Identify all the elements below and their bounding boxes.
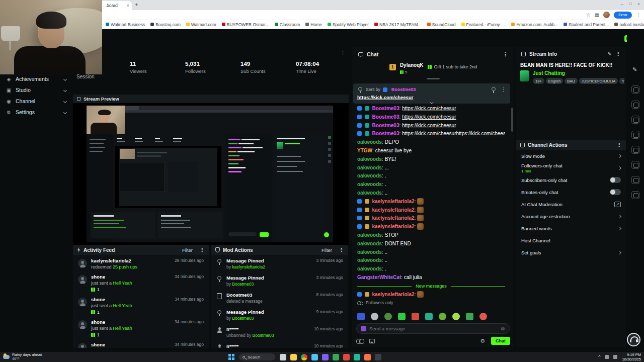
chat-username[interactable]: kaelynsleftariola2: [372, 199, 415, 204]
support-chat-button[interactable]: [627, 333, 640, 346]
activity-feed-item[interactable]: shone 34 minutes ago just sent a Hell Ye…: [73, 316, 209, 339]
bookmark-item[interactable]: oxford mustang: [614, 22, 644, 27]
chat-username[interactable]: Boostme03: [372, 123, 399, 128]
bookmark-item[interactable]: Walmart.com: [186, 22, 216, 27]
bookmark-item[interactable]: Boostnq.com: [150, 22, 181, 27]
edit-layout-icon[interactable]: ✎: [632, 66, 637, 73]
profile-avatar[interactable]: [603, 12, 610, 18]
edit-stream-info-icon[interactable]: ✎: [608, 51, 612, 57]
sidebar-item[interactable]: Channel: [2, 96, 70, 107]
taskbar-app-icon[interactable]: [301, 354, 307, 360]
channel-action-control[interactable]: [618, 166, 621, 169]
chat-username[interactable]: Boostme03: [372, 106, 399, 111]
mod-action-item[interactable]: Message Pinned by Boostme03 3 minutes ag…: [211, 272, 348, 289]
channel-action-row[interactable]: AI Chat Moderation: [516, 198, 626, 210]
bookmark-item[interactable]: Spotify Web Player: [328, 22, 369, 27]
mod-action-item[interactable]: n***** banned by Boostme03 10 minutes ag…: [211, 340, 348, 348]
mod-action-item[interactable]: Message Pinned by Boostme03 9 minutes ag…: [211, 306, 348, 323]
chat-username[interactable]: kaelynsleftariola2: [372, 207, 415, 213]
chat-username[interactable]: GangsterWhiteCat: [357, 275, 401, 280]
taskbar-clock[interactable]: 9:19 PM 10/30/2025: [622, 352, 641, 362]
chat-username[interactable]: kaelynsleftariola2: [372, 224, 415, 229]
window-control-icon[interactable]: □: [629, 2, 631, 6]
pinned-user[interactable]: Boostme03: [391, 87, 416, 92]
mod-menu-icon[interactable]: ⋮: [339, 247, 344, 253]
emote-icon[interactable]: [412, 313, 419, 320]
chat-username[interactable]: kaelynsleftariola2: [372, 292, 415, 297]
taskbar-app-icon[interactable]: [354, 354, 360, 360]
pinned-expand-icon[interactable]: [430, 101, 433, 104]
dock-panel-icon[interactable]: [631, 116, 639, 124]
chat-username[interactable]: oakwoods: [357, 139, 382, 145]
bookmark-item[interactable]: Student and Parent...: [564, 22, 609, 27]
chat-username[interactable]: oakwoods: [357, 232, 382, 238]
emote-icon[interactable]: [384, 313, 392, 320]
chat-username[interactable]: kaelynsleftariola2: [372, 215, 415, 221]
bookmark-item[interactable]: Walmart Business: [106, 22, 145, 27]
channel-action-row[interactable]: Host Channel: [516, 234, 626, 246]
channel-action-row[interactable]: Followers-only chat 1 min: [516, 162, 626, 174]
sync-error-button[interactable]: Error: [614, 12, 632, 19]
link-icon[interactable]: [356, 339, 363, 343]
chat-scrollbar[interactable]: [511, 108, 513, 132]
dock-panel-icon[interactable]: [631, 176, 639, 184]
chat-username[interactable]: YTGW: [357, 148, 372, 153]
activity-feed-item[interactable]: shone 34 minutes ago just sent a Hell Ye…: [73, 271, 209, 294]
tray-network-icon[interactable]: [605, 355, 609, 359]
taskbar-app-icon[interactable]: [280, 354, 286, 360]
mod-action-item[interactable]: n***** unbanned by Boostme03 10 minutes …: [211, 323, 348, 340]
window-control-icon[interactable]: ×: [637, 2, 640, 6]
taskbar-app-icon[interactable]: [375, 354, 381, 360]
pinned-message[interactable]: Sent by Boostme03 ⋮ https://kick.com/che…: [353, 83, 510, 104]
bookmark-star-icon[interactable]: ☆: [586, 13, 591, 18]
bookmark-item[interactable]: SoundCloud: [427, 22, 456, 27]
chat-username[interactable]: oakwoods: [357, 249, 382, 255]
channel-actions-menu-icon[interactable]: ⋮: [616, 142, 622, 148]
stream-info-menu-icon[interactable]: ⋮: [615, 51, 621, 57]
taskbar-search[interactable]: [239, 353, 275, 360]
pin-icon[interactable]: [491, 87, 497, 93]
mod-action-item[interactable]: Boostme03 deleted a message 8 minutes ag…: [211, 289, 348, 306]
bookmark-item[interactable]: Amazon.com: Audib...: [511, 22, 558, 27]
channel-action-row[interactable]: Banned words: [516, 222, 626, 234]
chat-username[interactable]: oakwoods: [357, 165, 382, 170]
emote-icon[interactable]: [357, 313, 365, 320]
channel-action-row[interactable]: Set goals: [516, 246, 626, 258]
activity-feed-item[interactable]: shone 34 minutes ago just sent a Hell Ye…: [73, 294, 209, 316]
dock-panel-icon[interactable]: [631, 101, 639, 109]
mod-filter-button[interactable]: Filter: [321, 247, 332, 253]
chat-username[interactable]: oakwoods: [357, 173, 382, 178]
emote-icon[interactable]: [479, 313, 487, 320]
bookmark-item[interactable]: Home: [305, 22, 322, 27]
chat-input[interactable]: [369, 326, 497, 331]
emote-icon[interactable]: [439, 313, 446, 320]
taskbar-app-icon[interactable]: [290, 354, 297, 360]
session-menu-icon[interactable]: ⋮: [340, 50, 346, 56]
tray-volume-icon[interactable]: [613, 355, 617, 359]
gifter-name[interactable]: DylanoqK: [400, 62, 424, 68]
activity-menu-icon[interactable]: ⋮: [199, 247, 205, 253]
dock-panel-icon[interactable]: [631, 191, 639, 199]
activity-feed-item[interactable]: kaelynsleftariola2 29 minutes ago redeem…: [73, 255, 209, 271]
new-tab-button[interactable]: +: [135, 2, 138, 8]
identity-icon[interactable]: [361, 326, 366, 331]
chat-username[interactable]: Boostme03: [372, 114, 399, 120]
bookmark-item[interactable]: NBA 2K17 MyTEAM...: [374, 22, 422, 27]
channel-action-control[interactable]: [618, 154, 621, 157]
channel-action-control[interactable]: [618, 226, 621, 230]
chat-username[interactable]: oakwoods: [357, 182, 382, 187]
channel-action-control[interactable]: [618, 250, 621, 254]
chat-settings-gear-icon[interactable]: ⚙: [480, 338, 485, 344]
chat-menu-icon[interactable]: ⋮: [503, 52, 508, 57]
dock-panel-icon[interactable]: [631, 85, 639, 94]
bookmark-item[interactable]: Featured - iFunny :...: [461, 22, 506, 27]
emoji-picker-icon[interactable]: ☺: [500, 326, 506, 331]
emote-icon[interactable]: [452, 313, 460, 320]
taskbar-app-icon[interactable]: [364, 354, 371, 360]
new-messages-divider[interactable]: New messages: [357, 282, 505, 291]
chat-username[interactable]: oakwoods: [357, 266, 382, 272]
pinned-link[interactable]: https://kick.com/cheesur: [357, 95, 506, 100]
taskbar-app-icon[interactable]: [311, 354, 318, 360]
taskbar-app-icon[interactable]: [333, 354, 339, 360]
channel-action-row[interactable]: Slow mode: [516, 150, 626, 162]
